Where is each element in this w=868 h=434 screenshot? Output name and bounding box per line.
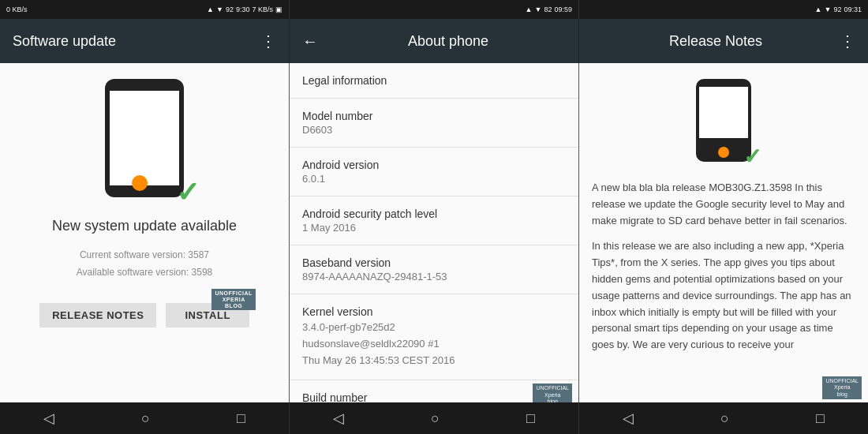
about-android-version-label: Android version (302, 159, 566, 171)
battery-1: 92 (226, 6, 234, 13)
xperia-badge-about: UNOFFICIALXperiablog (533, 383, 572, 402)
nav-back-3[interactable]: ◁ (623, 410, 634, 427)
nav-home-2[interactable]: ○ (431, 410, 440, 427)
release-para-1: A new bla bla bla release MOB30G.Z1.3598… (592, 180, 855, 229)
about-item-kernel[interactable]: Kernel version 3.4.0-perf-gb7e25d2 hudso… (290, 294, 578, 380)
app-bar-title-1: Software update (13, 33, 260, 50)
app-bar-2: ← About phone (290, 19, 578, 63)
nav-bars: ◁ ○ □ ◁ ○ □ ◁ ○ □ (0, 402, 868, 434)
about-android-version-value: 6.0.1 (302, 173, 566, 185)
about-kernel-label: Kernel version (302, 305, 566, 318)
xperia-badge-install: UNOFFICIALXperiablog (211, 289, 255, 310)
about-item-model[interactable]: Model number D6603 (290, 99, 578, 148)
wifi-icon-1: ▼ (216, 6, 223, 13)
status-left-1: 0 KB/s (6, 6, 28, 13)
time-2: 09:59 (554, 6, 572, 13)
nav-recent-3[interactable]: □ (816, 410, 825, 427)
nav-back-1[interactable]: ◁ (43, 410, 54, 427)
phone-home-btn-1 (132, 175, 148, 191)
wifi-icon-2: ▼ (535, 6, 542, 13)
app-bar-title-3: Release Notes (592, 33, 840, 50)
status-bar-3: ▲ ▼ 92 09:31 (579, 0, 868, 19)
current-version: Current software version: 3587 (77, 247, 213, 264)
about-item-build[interactable]: Build number MOB30G.Z1.3598-somc UNOFFIC… (290, 380, 578, 402)
phone-home-btn-3 (718, 147, 729, 158)
nav-bar-2: ◁ ○ □ (290, 402, 578, 434)
app-bar-1: Software update ⋮ (0, 19, 289, 63)
wifi-icon-3: ▼ (825, 6, 832, 13)
software-update-panel: ✓ New system update available Current so… (0, 63, 289, 402)
status-bar-2: ▲ ▼ 82 09:59 (290, 0, 578, 19)
version-info: Current software version: 3587 Available… (77, 247, 213, 281)
signal-icon-3: ▲ (815, 6, 822, 13)
checkmark-icon-1: ✓ (176, 176, 200, 209)
about-list: Legal information Model number D6603 And… (290, 63, 578, 402)
phone-screen-3 (699, 87, 748, 138)
app-bar-title-2: About phone (331, 33, 566, 50)
download-speed-1: 0 KB/s (6, 6, 28, 13)
install-button[interactable]: INSTALL UNOFFICIALXperiablog (166, 303, 249, 327)
upload-speed-1: 7 KB/s (252, 6, 273, 13)
about-phone-panel: Legal information Model number D6603 And… (290, 63, 578, 402)
checkmark-icon-3: ✓ (743, 144, 761, 170)
about-model-label: Model number (302, 110, 566, 122)
release-notes-button[interactable]: RELEASE NOTES (39, 303, 156, 327)
update-title: New system update available (52, 218, 237, 234)
about-security-patch-label: Android security patch level (302, 208, 566, 220)
nav-bar-3: ◁ ○ □ (579, 402, 868, 434)
about-item-security-patch[interactable]: Android security patch level 1 May 2016 (290, 196, 578, 245)
app-bar-3: Release Notes ⋮ (579, 19, 868, 63)
status-bar-1: 0 KB/s ▲ ▼ 92 9:30 7 KB/s ▣ (0, 0, 289, 19)
release-para-2: In this release we are also including a … (592, 238, 855, 354)
release-phone-container: ✓ (579, 63, 868, 174)
status-bars: 0 KB/s ▲ ▼ 92 9:30 7 KB/s ▣ ▲ ▼ 82 09:59… (0, 0, 868, 19)
about-build-label: Build number (302, 391, 566, 402)
update-buttons: RELEASE NOTES INSTALL UNOFFICIALXperiabl… (39, 303, 249, 327)
back-icon-2[interactable]: ← (302, 32, 318, 51)
about-item-android-version[interactable]: Android version 6.0.1 (290, 148, 578, 196)
nav-back-2[interactable]: ◁ (333, 410, 344, 427)
time-1: 9:30 (236, 6, 250, 13)
about-model-value: D6603 (302, 124, 566, 136)
about-baseband-label: Baseband version (302, 256, 566, 269)
about-baseband-value: 8974-AAAAANAZQ-29481-1-53 (302, 271, 566, 282)
menu-icon-3[interactable]: ⋮ (840, 32, 855, 51)
xperia-badge-release: UNOFFICIALXperiablog (822, 376, 862, 399)
menu-icon-1[interactable]: ⋮ (260, 32, 276, 51)
app-bars: Software update ⋮ ← About phone Release … (0, 19, 868, 63)
about-kernel-value: 3.4.0-perf-gb7e25d2 hudsonslave@seldlx22… (302, 320, 566, 369)
status-right-2: ▲ ▼ 82 09:59 (526, 6, 572, 13)
phone-illustration-3: ✓ (692, 79, 755, 166)
phone-body-1 (105, 79, 184, 197)
about-legal-label: Legal information (302, 74, 566, 87)
nav-home-3[interactable]: ○ (720, 410, 729, 427)
phone-illustration-1: ✓ (97, 79, 192, 205)
about-item-baseband[interactable]: Baseband version 8974-AAAAANAZQ-29481-1-… (290, 245, 578, 294)
sd-icon-1: ▣ (275, 6, 282, 13)
nav-home-1[interactable]: ○ (141, 410, 150, 427)
signal-icon-1: ▲ (207, 6, 214, 13)
status-right-1: ▲ ▼ 92 9:30 7 KB/s ▣ (207, 6, 282, 13)
nav-recent-1[interactable]: □ (237, 410, 245, 427)
app-bar-left-2: ← (302, 32, 331, 51)
about-security-patch-value: 1 May 2016 (302, 222, 566, 234)
battery-2: 82 (544, 6, 552, 13)
available-version: Available software version: 3598 (77, 264, 213, 282)
main-panels: ✓ New system update available Current so… (0, 63, 868, 402)
nav-recent-2[interactable]: □ (526, 410, 535, 427)
time-3: 09:31 (844, 6, 862, 13)
signal-icon-2: ▲ (526, 6, 533, 13)
phone-screen-1 (110, 91, 179, 185)
about-item-legal[interactable]: Legal information (290, 63, 578, 99)
status-right-3: ▲ ▼ 92 09:31 (815, 6, 862, 13)
release-text-content: A new bla bla bla release MOB30G.Z1.3598… (579, 174, 868, 402)
nav-bar-1: ◁ ○ □ (0, 402, 289, 434)
release-notes-panel: ✓ A new bla bla bla release MOB30G.Z1.35… (579, 63, 868, 402)
battery-3: 92 (833, 6, 841, 13)
